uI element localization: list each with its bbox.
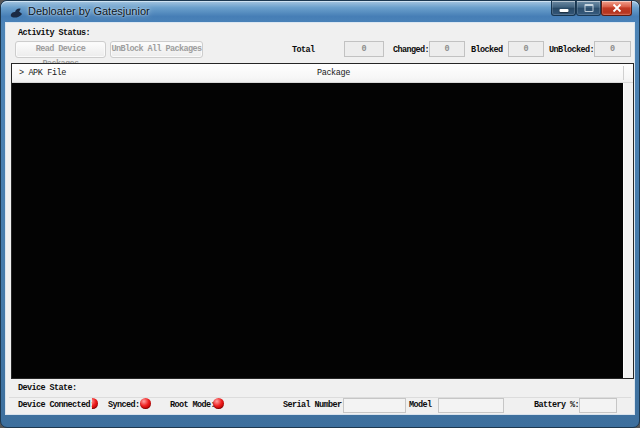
unblocked-label: UnBlocked: xyxy=(549,45,594,55)
synced-indicator xyxy=(140,398,151,409)
app-window: Debloater by Gatesjunior Activity Status… xyxy=(0,0,640,428)
unblock-all-packages-button[interactable]: UnBlock All Packages xyxy=(110,41,203,58)
maximize-button[interactable] xyxy=(576,1,601,16)
window-controls xyxy=(551,1,632,17)
maximize-icon xyxy=(584,4,593,12)
package-column-header[interactable]: Package xyxy=(317,68,350,78)
close-icon xyxy=(612,4,622,13)
blocked-value-box[interactable]: 0 xyxy=(508,41,544,57)
package-list: > APK File Package xyxy=(11,63,634,379)
minimize-icon xyxy=(559,9,568,12)
read-device-packages-button[interactable]: Read Device Packages xyxy=(15,41,106,58)
package-list-header: > APK File Package xyxy=(12,64,633,83)
root-mode-indicator xyxy=(213,398,224,409)
status-panel-divider xyxy=(9,397,631,398)
model-label: Model xyxy=(409,400,432,410)
root-mode-label: Root Mode: xyxy=(170,400,215,410)
changed-label: Changed: xyxy=(393,45,429,55)
titlebar[interactable]: Debloater by Gatesjunior xyxy=(1,1,639,23)
window-title: Debloater by Gatesjunior xyxy=(28,5,150,17)
column-separator[interactable] xyxy=(623,66,624,80)
minimize-button[interactable] xyxy=(551,1,576,16)
total-label: Total xyxy=(292,45,315,55)
battery-label: Battery %: xyxy=(534,400,579,410)
synced-label: Synced: xyxy=(108,400,140,410)
device-connected-label: Device Connected: xyxy=(18,400,95,410)
serial-number-field[interactable] xyxy=(343,398,406,413)
apk-file-column-header[interactable]: > APK File xyxy=(19,68,66,78)
package-list-body[interactable] xyxy=(12,83,623,378)
vertical-scrollbar-track[interactable] xyxy=(623,83,633,378)
close-button[interactable] xyxy=(601,1,632,16)
model-field[interactable] xyxy=(438,398,504,413)
window-content: Activity Status: Read Device Packages Un… xyxy=(6,23,634,414)
activity-status-label: Activity Status: xyxy=(18,28,90,38)
serial-number-label: Serial Number: xyxy=(283,400,346,410)
total-value-box[interactable]: 0 xyxy=(344,41,384,57)
changed-value-box[interactable]: 0 xyxy=(429,41,465,57)
app-icon xyxy=(9,5,24,20)
battery-field[interactable] xyxy=(579,398,617,413)
expander-icon[interactable]: > xyxy=(19,68,24,78)
blocked-label: Blocked xyxy=(471,45,503,55)
device-state-label: Device State: xyxy=(18,383,77,393)
unblocked-value-box[interactable]: 0 xyxy=(594,41,631,57)
